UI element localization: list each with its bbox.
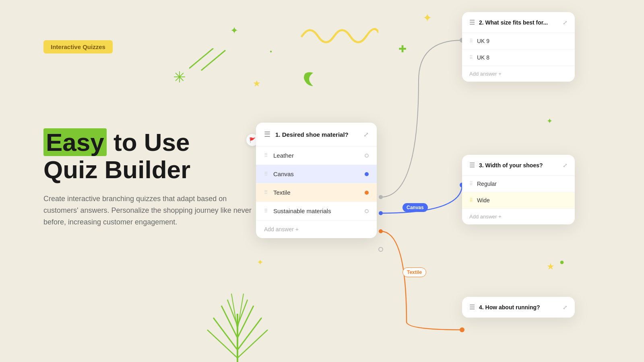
add-answer-label-card3: Add answer + xyxy=(469,214,502,220)
add-answer-card3[interactable]: Add answer + xyxy=(462,209,575,224)
card3-question: 3. Width of your shoes? xyxy=(479,162,543,169)
drag-card3-2: ⠿ xyxy=(469,197,473,203)
textile-label-text: Textile xyxy=(407,269,422,275)
list-icon-card2: ☰ xyxy=(469,19,475,26)
svg-point-6 xyxy=(460,327,464,332)
card2-label-uk8: UK 8 xyxy=(477,54,489,61)
deco-dot2: ● xyxy=(559,257,564,267)
deco-crescent xyxy=(301,71,317,87)
answer-label-canvas: Canvas xyxy=(273,171,294,177)
card4: ☰ 4. How about running? ⤢ xyxy=(462,297,575,318)
deco-star2: ✦ xyxy=(257,257,264,267)
hero-description: Create interactive branching quizzes tha… xyxy=(43,193,257,228)
deco-star3: ★ xyxy=(253,78,261,89)
expand-icon-card3[interactable]: ⤢ xyxy=(563,162,568,169)
main-quiz-card: ☰ 1. Desired shoe material? ⤢ ⠿ Leather … xyxy=(256,123,377,238)
card4-header: ☰ 4. How about running? ⤢ xyxy=(462,297,575,318)
connector-sustainable xyxy=(365,209,369,213)
card4-question: 4. How about running? xyxy=(479,304,540,311)
list-icon-card3: ☰ xyxy=(469,161,475,169)
svg-line-10 xyxy=(221,306,237,338)
card3: ☰ 3. Width of your shoes? ⤢ ⠿ Regular ⠿ … xyxy=(462,155,575,224)
answer-row-canvas[interactable]: ⠿ Canvas xyxy=(256,165,377,183)
add-answer-card2[interactable]: Add answer + xyxy=(462,66,575,82)
add-answer-main[interactable]: Add answer + xyxy=(256,220,377,238)
hero-section: Easy to UseQuiz Builder Create interacti… xyxy=(43,129,257,228)
list-icon-main: ☰ xyxy=(264,130,270,139)
deco-dot1: ● xyxy=(270,49,272,53)
card2-header: ☰ 2. What size fits best for... ⤢ xyxy=(462,12,575,33)
answer-row-leather[interactable]: ⠿ Leather xyxy=(256,146,377,165)
badge-label: Interactive Quizzes xyxy=(51,43,105,50)
card2-question: 2. What size fits best for... xyxy=(479,19,548,26)
drag-card2-2: ⠿ xyxy=(469,55,473,60)
main-quiz-header: ☰ 1. Desired shoe material? ⤢ xyxy=(256,123,377,146)
drag-icon-leather: ⠿ xyxy=(264,152,268,158)
deco-asterisk: ✳ xyxy=(173,68,186,86)
answer-label-sustainable: Sustainable materials xyxy=(273,208,331,214)
card3-label-regular: Regular xyxy=(477,181,497,187)
svg-point-3 xyxy=(379,247,383,251)
interactive-quizzes-badge: Interactive Quizzes xyxy=(43,40,113,53)
deco-plant xyxy=(185,282,290,362)
card3-answer-wide[interactable]: ⠿ Wide xyxy=(462,192,575,209)
add-answer-label-main: Add answer + xyxy=(264,226,299,232)
answer-row-sustainable[interactable]: ⠿ Sustainable materials xyxy=(256,202,377,220)
card3-label-wide: Wide xyxy=(477,197,490,204)
list-icon-card4: ☰ xyxy=(469,303,475,311)
connector-canvas xyxy=(365,172,369,176)
svg-line-12 xyxy=(213,318,237,350)
svg-line-13 xyxy=(237,318,262,350)
svg-point-1 xyxy=(379,211,383,215)
svg-point-0 xyxy=(379,195,383,199)
svg-line-11 xyxy=(237,306,254,338)
card3-answer-regular[interactable]: ⠿ Regular xyxy=(462,176,575,192)
deco-sparkle1: ✦ xyxy=(230,25,238,36)
hero-highlight: Easy xyxy=(43,128,107,156)
deco-squiggle xyxy=(298,22,378,50)
answer-label-textile: Textile xyxy=(273,189,291,196)
deco-star4: ✦ xyxy=(547,117,553,125)
expand-icon-main[interactable]: ⤢ xyxy=(363,131,369,138)
connector-textile xyxy=(365,191,369,195)
drag-card3-1: ⠿ xyxy=(469,181,473,187)
main-question-text: 1. Desired shoe material? xyxy=(275,131,349,138)
drag-icon-canvas: ⠿ xyxy=(264,171,268,177)
deco-star1: ✦ xyxy=(423,11,432,25)
drag-icon-sustainable: ⠿ xyxy=(264,208,268,214)
textile-label-bubble: Textile xyxy=(402,267,426,277)
connector-leather xyxy=(365,154,369,158)
deco-lines xyxy=(189,48,229,72)
drag-card2-1: ⠿ xyxy=(469,38,473,44)
add-answer-label-card2: Add answer + xyxy=(469,71,502,77)
answer-row-textile[interactable]: ⠿ Textile xyxy=(256,183,377,202)
hero-title: Easy to UseQuiz Builder xyxy=(43,129,257,183)
svg-line-7 xyxy=(189,48,213,68)
deco-cross: ✚ xyxy=(398,43,407,55)
card3-header: ☰ 3. Width of your shoes? ⤢ xyxy=(462,155,575,176)
expand-icon-card4[interactable]: ⤢ xyxy=(563,304,568,311)
svg-point-2 xyxy=(379,229,383,233)
canvas-label-bubble: Canvas xyxy=(402,203,428,212)
expand-icon-card2[interactable]: ⤢ xyxy=(563,19,568,26)
deco-star5: ★ xyxy=(547,261,555,272)
card2: ☰ 2. What size fits best for... ⤢ ⠿ UK 9… xyxy=(462,12,575,82)
canvas-label-text: Canvas xyxy=(407,205,424,210)
card2-answer-uk8[interactable]: ⠿ UK 8 xyxy=(462,49,575,66)
card2-answer-uk9[interactable]: ⠿ UK 9 xyxy=(462,33,575,49)
svg-line-8 xyxy=(201,50,225,70)
drag-icon-textile: ⠿ xyxy=(264,189,268,195)
card2-label-uk9: UK 9 xyxy=(477,38,489,44)
answer-label-leather: Leather xyxy=(273,152,294,159)
